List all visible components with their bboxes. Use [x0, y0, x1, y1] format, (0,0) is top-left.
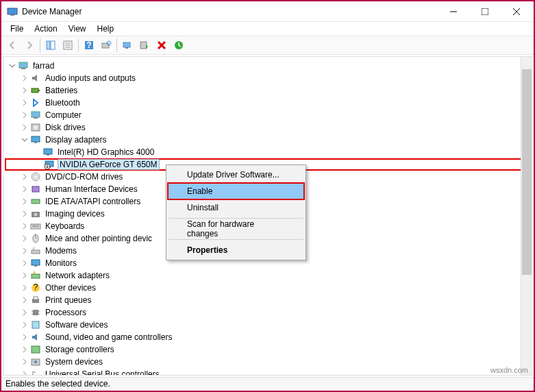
- expand-icon[interactable]: [20, 172, 29, 182]
- expand-icon[interactable]: [20, 110, 29, 120]
- expand-icon[interactable]: [20, 345, 29, 354]
- expand-icon[interactable]: [8, 61, 17, 71]
- tree-label: Storage controllers: [44, 345, 116, 354]
- expand-icon[interactable]: [20, 98, 29, 108]
- tree-item[interactable]: Software devices: [5, 319, 530, 331]
- ctx-scan[interactable]: Scan for hardware changes: [168, 221, 304, 237]
- scrollbar-thumb[interactable]: [522, 69, 532, 275]
- expand-icon[interactable]: [20, 123, 29, 132]
- tree-item-device[interactable]: Intel(R) HD Graphics 4000: [5, 146, 530, 158]
- svg-rect-61: [32, 346, 40, 353]
- ctx-update-driver[interactable]: Update Driver Software...: [168, 167, 304, 183]
- mouse-icon: [30, 233, 41, 244]
- tree-item[interactable]: Disk drives: [5, 121, 530, 134]
- storage-icon: [30, 344, 41, 355]
- tree-label: Intel(R) HD Graphics 4000: [56, 147, 155, 157]
- expand-icon[interactable]: [20, 369, 29, 376]
- svg-text:?: ?: [86, 40, 91, 50]
- ctx-uninstall[interactable]: Uninstall: [168, 199, 304, 216]
- monitor-down-icon: [44, 159, 55, 170]
- tree-item[interactable]: Sound, video and game controllers: [5, 331, 530, 343]
- tree-item[interactable]: Processors: [5, 306, 530, 319]
- expand-icon[interactable]: [20, 246, 29, 256]
- enable-device-button[interactable]: [136, 37, 153, 53]
- minimize-button[interactable]: [438, 1, 469, 22]
- computer-icon: [30, 110, 41, 121]
- expand-icon[interactable]: [20, 271, 29, 280]
- sound-icon: [30, 332, 41, 343]
- scan-button-2[interactable]: [171, 37, 187, 53]
- expand-icon[interactable]: [20, 86, 29, 95]
- expand-icon[interactable]: [20, 258, 29, 268]
- menu-file[interactable]: File: [5, 23, 28, 35]
- show-hide-tree-button[interactable]: [42, 37, 59, 53]
- usb-icon: [30, 369, 41, 376]
- ide-icon: [30, 196, 41, 207]
- scan-hardware-button[interactable]: [98, 37, 114, 53]
- keyboard-icon: [30, 221, 41, 232]
- svg-rect-18: [140, 42, 147, 49]
- tree-label: System devices: [44, 357, 104, 367]
- tree-item[interactable]: Computer: [5, 109, 530, 121]
- svg-rect-0: [8, 8, 17, 14]
- tree-item[interactable]: Batteries: [5, 84, 530, 97]
- menu-help[interactable]: Help: [92, 23, 119, 35]
- update-driver-button[interactable]: [119, 37, 136, 53]
- help-button[interactable]: ?: [81, 37, 97, 53]
- expand-icon[interactable]: [20, 73, 29, 83]
- expand-icon[interactable]: [20, 209, 29, 219]
- menubar: File Action View Help: [1, 22, 534, 36]
- svg-point-40: [34, 213, 38, 217]
- menu-action[interactable]: Action: [29, 23, 62, 35]
- ctx-properties[interactable]: Properties: [168, 242, 304, 258]
- tree-label: DVD/CD-ROM drives: [44, 172, 124, 182]
- expand-icon[interactable]: [20, 357, 29, 367]
- svg-rect-20: [19, 62, 27, 68]
- tree-label: Human Interface Devices: [44, 184, 139, 194]
- expand-icon[interactable]: [20, 197, 29, 206]
- properties-button[interactable]: [60, 37, 76, 53]
- expand-icon[interactable]: [20, 184, 29, 194]
- expand-icon[interactable]: [20, 283, 29, 293]
- svg-rect-46: [32, 250, 40, 254]
- maximize-button[interactable]: [469, 1, 501, 22]
- uninstall-button[interactable]: [153, 37, 170, 53]
- back-button: [4, 37, 21, 53]
- expand-icon[interactable]: [20, 308, 29, 317]
- window-title: Device Manager: [22, 7, 438, 16]
- svg-rect-49: [32, 274, 40, 278]
- tree-label: Imaging devices: [44, 209, 106, 219]
- svg-rect-30: [44, 149, 52, 154]
- status-bar: Enables the selected device.: [1, 377, 534, 391]
- expand-icon[interactable]: [20, 234, 29, 243]
- bluetooth-icon: [30, 97, 41, 108]
- tree-item[interactable]: Audio inputs and outputs: [5, 72, 530, 84]
- tree-item[interactable]: Print queues: [5, 294, 530, 306]
- tree-label: Other devices: [44, 283, 97, 293]
- svg-rect-16: [123, 42, 130, 47]
- vertical-scrollbar[interactable]: [521, 57, 532, 375]
- tree-root[interactable]: farrad: [5, 60, 530, 72]
- expand-icon[interactable]: [20, 295, 29, 305]
- monitor-icon: [42, 147, 53, 158]
- tree-item[interactable]: Universal Serial Bus controllers: [5, 368, 530, 376]
- menu-view[interactable]: View: [64, 23, 91, 35]
- audio-icon: [30, 73, 41, 84]
- tree-label: Monitors: [44, 258, 78, 268]
- svg-point-63: [34, 360, 37, 363]
- close-button[interactable]: [501, 1, 532, 22]
- expand-icon[interactable]: [20, 320, 29, 330]
- tree-item[interactable]: Storage controllers: [5, 343, 530, 356]
- tree-item[interactable]: Network adapters: [5, 269, 530, 282]
- tree-item[interactable]: System devices: [5, 356, 530, 368]
- expand-icon[interactable]: [20, 135, 29, 145]
- expand-icon[interactable]: [20, 221, 29, 231]
- tree-label: Keyboards: [44, 221, 86, 231]
- expand-icon[interactable]: [20, 332, 29, 342]
- tree-label: Batteries: [44, 86, 79, 95]
- tree-item-display-adapters[interactable]: Display adapters: [5, 134, 530, 146]
- tree-item[interactable]: ?Other devices: [5, 282, 530, 294]
- tree-item[interactable]: Bluetooth: [5, 97, 530, 109]
- ctx-enable[interactable]: Enable: [168, 183, 304, 199]
- tree-label: Print queues: [44, 295, 92, 305]
